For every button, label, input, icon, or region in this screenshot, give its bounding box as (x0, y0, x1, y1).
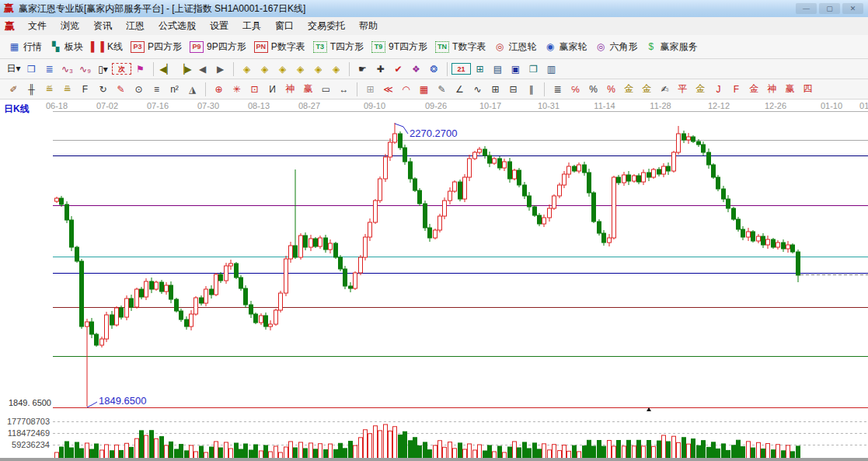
tool-star-grid-tool[interactable]: ✳ (228, 82, 246, 97)
menu-item-0[interactable]: 文件 (21, 17, 54, 35)
tool-candle-type-dropdown[interactable]: ▯▾ (94, 61, 112, 77)
tool-f-angle-tool[interactable]: F (727, 82, 745, 97)
tool-stamp[interactable]: 次 (112, 63, 131, 75)
tool-grid-black2-tool[interactable]: ⊟ (504, 82, 522, 97)
tool-9p-square[interactable]: P99P四方形 (186, 40, 250, 54)
tool-fibonacci-tool[interactable]: F (76, 82, 94, 97)
tool-gann-wheel[interactable]: ◎江恩轮 (490, 40, 540, 54)
tool-chart-window[interactable]: ❒ (23, 61, 40, 77)
tool-gold-angle-tool[interactable]: 金 (745, 82, 763, 97)
tool-pencil-tool[interactable]: ✎ (433, 82, 451, 97)
tool-angle-tool[interactable]: ∠ (451, 82, 469, 97)
tool-grid-black-tool[interactable]: ⊞ (486, 82, 504, 97)
tool-t-square[interactable]: T3T四方形 (309, 40, 368, 54)
tool-shen-tool[interactable]: 神 (281, 82, 299, 97)
kline-chart-svg[interactable]: 06-1807-0207-1607-3008-1308-2709-1009-26… (0, 100, 868, 461)
tool-shift-left[interactable]: ◈ (238, 61, 256, 77)
tool-kline[interactable]: ▌▐K线 (87, 40, 127, 54)
tool-shen-angle-tool[interactable]: 神 (763, 82, 781, 97)
tool-pen-red-tool[interactable]: ✎ (112, 82, 130, 97)
menu-item-8[interactable]: 交易委托 (301, 17, 352, 35)
tool-fan-lines-tool[interactable]: ≪ (379, 82, 397, 97)
tool-gold-underline-tool[interactable]: 金 (692, 82, 709, 97)
tool-grid-red-tool[interactable]: ▦ (415, 82, 433, 97)
tool-compress-horizontal[interactable]: ◈ (291, 61, 309, 77)
tool-indicator-3[interactable]: ∿₃ (58, 61, 76, 77)
tool-sectors[interactable]: ▚板块 (46, 40, 87, 54)
tool-save[interactable]: ▣ (507, 61, 525, 77)
tool-remote-pc[interactable]: ▥ (542, 61, 560, 77)
tool-gann-gold-2[interactable]: ≞ (58, 82, 76, 97)
tool-parallel-lines-tool[interactable]: ∥ (522, 82, 540, 97)
kline-chart-area[interactable]: 日K线 06-1807-0207-1607-3008-1308-2709-100… (0, 100, 868, 461)
tool-expand-horizontal[interactable]: ◈ (274, 61, 291, 77)
tool-multi-line-tool[interactable]: ≡ (148, 82, 166, 97)
tool-winner-wheel[interactable]: ◉赢家轮 (540, 40, 591, 54)
close-button[interactable]: ✕ (842, 3, 863, 14)
tool-quote-list[interactable]: ≣ (40, 61, 58, 77)
tool-compress-all[interactable]: ◈ (327, 61, 345, 77)
tool-j-angle-tool[interactable]: J (709, 82, 727, 97)
tool-cycle-tool[interactable]: ⊙ (130, 82, 148, 97)
tool-crosshair-tool[interactable]: ✚ (371, 61, 389, 77)
tool-knife-tool[interactable]: ✐ (5, 82, 23, 97)
tool-notes[interactable]: ▤ (489, 61, 507, 77)
tool-expand-all[interactable]: ◈ (309, 61, 327, 77)
tool-last-page[interactable]: ▕▶ (176, 61, 193, 77)
tool-ying-tool[interactable]: 赢 (299, 82, 317, 97)
tool-scale-tool[interactable]: ≣ (549, 82, 566, 97)
menu-item-2[interactable]: 资讯 (86, 17, 119, 35)
tool-p-number-table[interactable]: PNP数字表 (250, 40, 309, 54)
tool-winner-service[interactable]: $赢家服务 (641, 40, 701, 54)
tool-market-quotes[interactable]: ▦行情 (5, 40, 46, 54)
bottom-scroll-strip[interactable] (0, 458, 868, 461)
tool-gann-tool-blue[interactable]: ❂ (425, 61, 443, 77)
tool-next-bar[interactable]: ▶ (211, 61, 229, 77)
tool-circle-cross-tool[interactable]: ⊕ (210, 82, 228, 97)
minimize-button[interactable]: — (796, 3, 817, 14)
tool-hand-tool[interactable]: ☛ (354, 61, 371, 77)
tool-ruler-tool[interactable]: ▭ (317, 82, 335, 97)
tool-prev-bar[interactable]: ◀ (193, 61, 211, 77)
tool-spiral-tool[interactable]: ↻ (94, 82, 112, 97)
tool-gold-circle-tool[interactable]: 金 (620, 82, 638, 97)
tool-calendar[interactable]: 21 (451, 63, 471, 75)
tool-gold-line-tool[interactable]: 金 (638, 82, 656, 97)
tool-si-angle-tool[interactable]: 四 (799, 82, 817, 97)
tool-pivot-tool[interactable]: 平 (674, 82, 692, 97)
tool-wave-tool[interactable]: И (263, 82, 281, 97)
tool-gann-gold-1[interactable]: ≝ (40, 82, 58, 97)
tool-flag-tool[interactable]: ◮ (183, 82, 201, 97)
tool-export[interactable]: ❐ (525, 61, 542, 77)
menu-item-5[interactable]: 设置 (203, 17, 235, 35)
tool-ink-pen-tool[interactable]: ✍ (656, 82, 674, 97)
tool-zigzag-tool[interactable]: ∿ (469, 82, 486, 97)
menu-item-6[interactable]: 工具 (235, 17, 268, 35)
tool-n2-tool[interactable]: n² (166, 82, 183, 97)
tool-indicator-9[interactable]: ∿₉ (76, 61, 94, 77)
tool-t-number-table[interactable]: TNT数字表 (431, 40, 490, 54)
tool-square-grid-tool[interactable]: ⊡ (246, 82, 263, 97)
tool-hexagon[interactable]: ◎六角形 (591, 40, 641, 54)
menu-item-3[interactable]: 江恩 (119, 17, 152, 35)
menu-item-1[interactable]: 浏览 (54, 17, 86, 35)
menu-item-9[interactable]: 帮助 (352, 17, 385, 35)
tool-grid-lines-tool[interactable]: ╫ (23, 82, 40, 97)
tool-calculator[interactable]: ⊞ (471, 61, 489, 77)
tool-percent-line-tool[interactable]: % (602, 82, 620, 97)
tool-window-frame-tool[interactable]: ⊞ (361, 82, 379, 97)
tool-arc-grid-tool[interactable]: ◠ (397, 82, 415, 97)
tool-period-selector-dropdown[interactable]: 日▾ (5, 61, 23, 77)
tool-gann-tool-purple[interactable]: ❖ (407, 61, 425, 77)
tool-percent-7-tool[interactable]: ℅ (566, 82, 584, 97)
tool-percent-tool[interactable]: % (584, 82, 602, 97)
tool-shift-right[interactable]: ◈ (256, 61, 274, 77)
menu-item-7[interactable]: 窗口 (268, 17, 301, 35)
tool-color-chart[interactable]: ⚑ (131, 61, 149, 77)
tool-width-tool[interactable]: ↔ (335, 82, 353, 97)
tool-p-square[interactable]: P3P四方形 (127, 40, 186, 54)
tool-ying-angle-tool[interactable]: 赢 (781, 82, 799, 97)
tool-measure-tool[interactable]: ✔ (389, 61, 407, 77)
menu-item-4[interactable]: 公式选股 (152, 17, 203, 35)
tool-first-page[interactable]: ◀▏ (158, 61, 176, 77)
